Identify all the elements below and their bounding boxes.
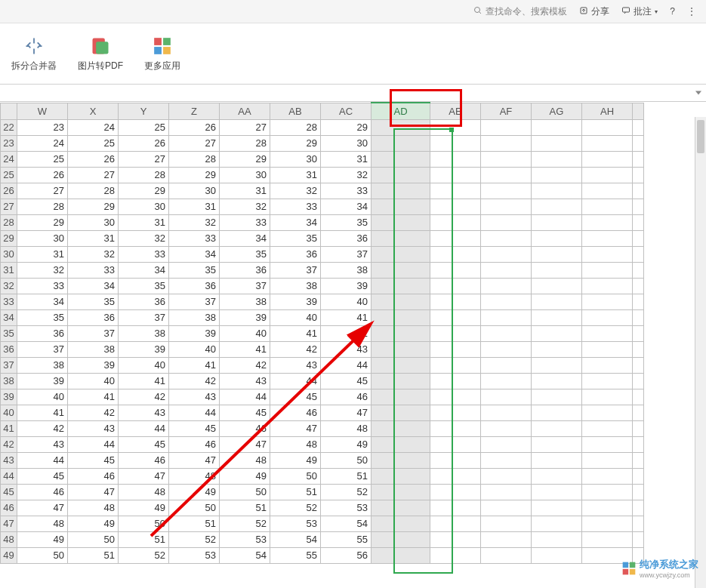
cell-AB22[interactable]: 28 bbox=[270, 119, 321, 135]
row-header-42[interactable]: 42 bbox=[1, 436, 17, 452]
column-header-AH[interactable]: AH bbox=[582, 103, 633, 119]
row-header-32[interactable]: 32 bbox=[1, 278, 17, 294]
cell-W25[interactable]: 26 bbox=[17, 167, 68, 183]
cell-AF47[interactable] bbox=[481, 516, 532, 531]
cell-AB38[interactable]: 44 bbox=[270, 373, 321, 389]
cell-AD38[interactable] bbox=[371, 373, 430, 389]
cell-AG48[interactable] bbox=[532, 531, 582, 547]
cell-AA24[interactable]: 29 bbox=[220, 151, 270, 167]
cell-Y48[interactable]: 51 bbox=[119, 531, 169, 547]
cell-AG31[interactable] bbox=[532, 262, 582, 278]
cell-W44[interactable]: 45 bbox=[17, 468, 68, 484]
cell-AG44[interactable] bbox=[532, 468, 582, 484]
cell-AB36[interactable]: 42 bbox=[270, 341, 321, 357]
more-apps-button[interactable]: 更多应用 bbox=[144, 35, 180, 72]
cell-AB32[interactable]: 38 bbox=[270, 278, 321, 294]
row-header-28[interactable]: 28 bbox=[1, 214, 17, 230]
formula-bar[interactable] bbox=[0, 85, 706, 102]
cell-partial-23[interactable] bbox=[633, 135, 644, 151]
cell-AE38[interactable] bbox=[430, 373, 481, 389]
cell-AB23[interactable]: 29 bbox=[270, 135, 321, 151]
cell-AG41[interactable] bbox=[532, 420, 582, 436]
cell-AF44[interactable] bbox=[481, 468, 532, 484]
cell-AG34[interactable] bbox=[532, 309, 582, 325]
cell-AF40[interactable] bbox=[481, 405, 532, 420]
cell-Z28[interactable]: 32 bbox=[169, 214, 220, 230]
cell-AC39[interactable]: 46 bbox=[321, 389, 371, 405]
cell-AH38[interactable] bbox=[582, 373, 633, 389]
cell-AA35[interactable]: 40 bbox=[220, 325, 270, 341]
cell-Z26[interactable]: 30 bbox=[169, 183, 220, 199]
cell-AB33[interactable]: 39 bbox=[270, 294, 321, 309]
cell-W29[interactable]: 30 bbox=[17, 230, 68, 246]
cell-partial-43[interactable] bbox=[633, 452, 644, 468]
cell-Z37[interactable]: 41 bbox=[169, 357, 220, 373]
cell-AF29[interactable] bbox=[481, 230, 532, 246]
cell-AF41[interactable] bbox=[481, 420, 532, 436]
cell-AD36[interactable] bbox=[371, 341, 430, 357]
cell-Z32[interactable]: 36 bbox=[169, 278, 220, 294]
row-header-45[interactable]: 45 bbox=[1, 484, 17, 500]
cell-W23[interactable]: 24 bbox=[17, 135, 68, 151]
cell-W37[interactable]: 38 bbox=[17, 357, 68, 373]
cell-AA48[interactable]: 53 bbox=[220, 531, 270, 547]
cell-partial-25[interactable] bbox=[633, 167, 644, 183]
cell-X39[interactable]: 41 bbox=[68, 389, 119, 405]
cell-X36[interactable]: 38 bbox=[68, 341, 119, 357]
cell-partial-24[interactable] bbox=[633, 151, 644, 167]
cell-AC38[interactable]: 45 bbox=[321, 373, 371, 389]
row-header-26[interactable]: 26 bbox=[1, 183, 17, 199]
cell-Z29[interactable]: 33 bbox=[169, 230, 220, 246]
row-header-31[interactable]: 31 bbox=[1, 262, 17, 278]
cell-partial-27[interactable] bbox=[633, 199, 644, 214]
cell-AE49[interactable] bbox=[430, 547, 481, 563]
cell-Z36[interactable]: 40 bbox=[169, 341, 220, 357]
cell-AA30[interactable]: 35 bbox=[220, 246, 270, 262]
help-button[interactable]: ? bbox=[670, 6, 675, 17]
cell-AD39[interactable] bbox=[371, 389, 430, 405]
cell-W28[interactable]: 29 bbox=[17, 214, 68, 230]
cell-AC22[interactable]: 29 bbox=[321, 119, 371, 135]
column-header-AD[interactable]: AD bbox=[371, 103, 430, 119]
cell-X37[interactable]: 39 bbox=[68, 357, 119, 373]
cell-AF37[interactable] bbox=[481, 357, 532, 373]
cell-W40[interactable]: 41 bbox=[17, 405, 68, 420]
row-header-24[interactable]: 24 bbox=[1, 151, 17, 167]
cell-Y41[interactable]: 44 bbox=[119, 420, 169, 436]
cell-X46[interactable]: 48 bbox=[68, 500, 119, 516]
cell-Z25[interactable]: 29 bbox=[169, 167, 220, 183]
cell-AF45[interactable] bbox=[481, 484, 532, 500]
row-header-41[interactable]: 41 bbox=[1, 420, 17, 436]
cell-AD28[interactable] bbox=[371, 214, 430, 230]
cell-AD41[interactable] bbox=[371, 420, 430, 436]
row-header-37[interactable]: 37 bbox=[1, 357, 17, 373]
cell-Y22[interactable]: 25 bbox=[119, 119, 169, 135]
cell-Y37[interactable]: 40 bbox=[119, 357, 169, 373]
cell-AD27[interactable] bbox=[371, 199, 430, 214]
cell-AE41[interactable] bbox=[430, 420, 481, 436]
cell-AG26[interactable] bbox=[532, 183, 582, 199]
cell-AC46[interactable]: 53 bbox=[321, 500, 371, 516]
cell-AD31[interactable] bbox=[371, 262, 430, 278]
cell-AH26[interactable] bbox=[582, 183, 633, 199]
cell-AB46[interactable]: 52 bbox=[270, 500, 321, 516]
cell-Y23[interactable]: 26 bbox=[119, 135, 169, 151]
cell-AG35[interactable] bbox=[532, 325, 582, 341]
cell-AE37[interactable] bbox=[430, 357, 481, 373]
cell-AC35[interactable]: 42 bbox=[321, 325, 371, 341]
cell-AC49[interactable]: 56 bbox=[321, 547, 371, 563]
row-header-23[interactable]: 23 bbox=[1, 135, 17, 151]
cell-X31[interactable]: 33 bbox=[68, 262, 119, 278]
vertical-scrollbar[interactable] bbox=[695, 117, 706, 588]
cell-X25[interactable]: 27 bbox=[68, 167, 119, 183]
cell-AH40[interactable] bbox=[582, 405, 633, 420]
cell-AH37[interactable] bbox=[582, 357, 633, 373]
cell-AH32[interactable] bbox=[582, 278, 633, 294]
share-button[interactable]: 分享 bbox=[579, 5, 609, 18]
cell-W39[interactable]: 40 bbox=[17, 389, 68, 405]
row-header-46[interactable]: 46 bbox=[1, 500, 17, 516]
cell-Z46[interactable]: 50 bbox=[169, 500, 220, 516]
cell-Y46[interactable]: 49 bbox=[119, 500, 169, 516]
cell-partial-26[interactable] bbox=[633, 183, 644, 199]
cell-AH25[interactable] bbox=[582, 167, 633, 183]
